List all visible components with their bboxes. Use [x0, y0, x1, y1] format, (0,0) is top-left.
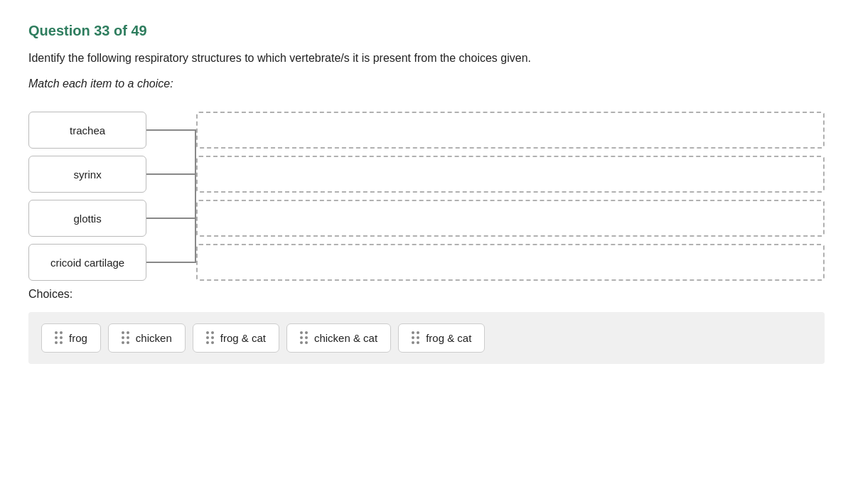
left-item-syrinx: syrinx — [28, 156, 146, 193]
matching-area: trachea syrinx glottis cricoid cartilage — [28, 112, 825, 281]
h-line-1 — [146, 129, 196, 131]
dots-icon-frog-cat — [206, 331, 215, 345]
choices-bar: frog chicken frog & cat chicken & cat fr… — [28, 312, 825, 364]
connector-row-2 — [146, 156, 196, 193]
drop-box-4[interactable] — [196, 244, 825, 281]
left-item-trachea: trachea — [28, 112, 146, 149]
choices-section: Choices: frog chicken frog & cat chicken… — [28, 288, 825, 364]
h-line-4 — [146, 262, 196, 263]
dots-icon-chicken — [122, 331, 130, 345]
choice-frog-cat-2[interactable]: frog & cat — [398, 323, 485, 353]
left-item-label-trachea: trachea — [70, 124, 105, 136]
choice-frog-cat-label: frog & cat — [220, 332, 266, 344]
drop-boxes[interactable] — [196, 112, 825, 281]
drop-box-3[interactable] — [196, 200, 825, 237]
left-item-label-syrinx: syrinx — [74, 168, 102, 181]
choices-label: Choices: — [28, 288, 825, 301]
choice-frog-cat[interactable]: frog & cat — [193, 323, 279, 353]
choice-frog[interactable]: frog — [41, 323, 101, 353]
dots-icon-frog-cat-2 — [412, 331, 420, 345]
choice-chicken[interactable]: chicken — [108, 323, 186, 353]
drop-box-2[interactable] — [196, 156, 825, 193]
connectors — [146, 112, 196, 281]
dots-icon-chicken-cat — [300, 331, 309, 345]
h-line-3 — [146, 218, 196, 219]
match-instruction: Match each item to a choice: — [28, 77, 825, 90]
dots-icon-frog — [55, 331, 63, 345]
choice-chicken-label: chicken — [136, 332, 172, 344]
connector-row-3 — [146, 200, 196, 237]
left-item-label-cricoid: cricoid cartilage — [50, 257, 124, 269]
question-body: Identify the following respiratory struc… — [28, 52, 825, 65]
choice-chicken-cat-label: chicken & cat — [314, 332, 377, 344]
choice-frog-label: frog — [69, 332, 87, 344]
connector-row-4 — [146, 244, 196, 281]
drop-box-1[interactable] — [196, 112, 825, 149]
choice-chicken-cat[interactable]: chicken & cat — [286, 323, 391, 353]
left-item-glottis: glottis — [28, 200, 146, 237]
connector-row-1 — [146, 112, 196, 149]
question-title: Question 33 of 49 — [28, 23, 825, 39]
left-item-label-glottis: glottis — [74, 213, 102, 225]
left-items: trachea syrinx glottis cricoid cartilage — [28, 112, 146, 281]
choice-frog-cat-2-label: frog & cat — [426, 332, 471, 344]
left-item-cricoid: cricoid cartilage — [28, 244, 146, 281]
h-line-2 — [146, 173, 196, 175]
